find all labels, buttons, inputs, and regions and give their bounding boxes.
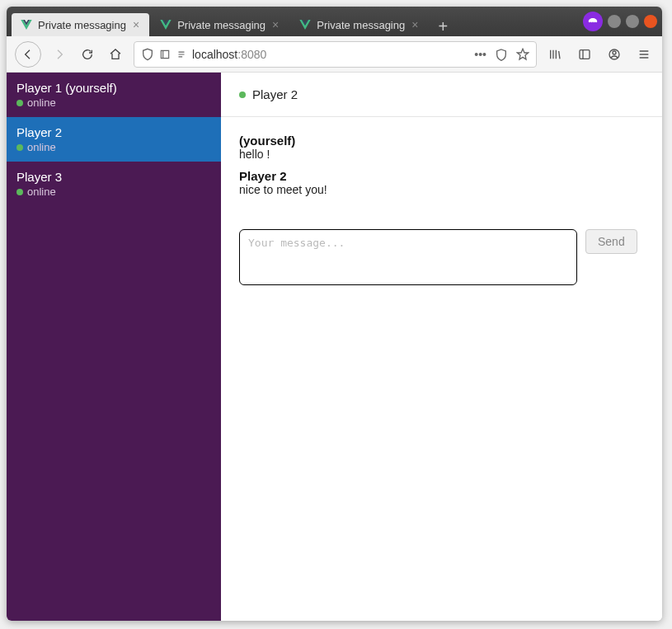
message: (yourself) hello ! (239, 134, 644, 161)
message-sender: (yourself) (239, 134, 644, 148)
online-status-dot (16, 189, 23, 195)
url-bar[interactable]: localhost:8080 ••• (134, 41, 537, 68)
close-icon[interactable]: × (131, 18, 141, 31)
status-line: online (16, 141, 211, 153)
toolbar-right (545, 45, 654, 64)
online-status-dot (16, 100, 23, 106)
reload-button[interactable] (78, 45, 97, 64)
menu-icon[interactable] (634, 45, 654, 64)
status-line: online (16, 96, 211, 109)
page-actions-icon[interactable]: ••• (474, 48, 486, 61)
online-status-dot (239, 92, 246, 98)
chat-header-name: Player 2 (252, 87, 298, 101)
forward-button[interactable] (49, 45, 69, 64)
permissions-icon[interactable] (176, 49, 187, 60)
tab-strip: Private messaging × Private messaging × … (12, 7, 583, 36)
tab-title: Private messaging (38, 19, 126, 31)
sidebar-item-player3[interactable]: Player 3 online (7, 162, 221, 206)
online-status-dot (16, 144, 23, 151)
tab-1[interactable]: Private messaging × (12, 13, 149, 36)
send-button[interactable]: Send (585, 229, 637, 254)
message-input[interactable] (239, 229, 577, 285)
svg-point-2 (613, 51, 616, 54)
tab-2[interactable]: Private messaging × (151, 13, 289, 36)
svg-rect-0 (580, 49, 590, 59)
back-button[interactable] (15, 41, 41, 68)
sidebar-item-label: Player 3 (16, 170, 211, 184)
message-text: hello ! (239, 148, 644, 161)
sidebar-icon[interactable] (575, 45, 594, 64)
titlebar: Private messaging × Private messaging × … (7, 7, 662, 36)
tab-3[interactable]: Private messaging × (290, 13, 428, 36)
window-controls (583, 12, 657, 31)
message: Player 2 nice to meet you! (239, 169, 644, 196)
bookmark-icon[interactable] (516, 48, 529, 61)
sidebar-item-label: Player 1 (yourself) (16, 81, 211, 95)
toolbar: localhost:8080 ••• (7, 36, 662, 73)
private-mode-icon (583, 12, 603, 31)
library-icon[interactable] (545, 45, 565, 64)
vue-icon (298, 18, 312, 31)
tab-title: Private messaging (317, 19, 405, 31)
status-line: online (16, 185, 211, 198)
home-button[interactable] (106, 45, 125, 64)
shield-icon[interactable] (141, 48, 154, 61)
url-text: localhost:8080 (192, 48, 469, 61)
close-icon[interactable]: × (410, 18, 420, 31)
sidebar-item-player2[interactable]: Player 2 online (7, 117, 221, 162)
close-icon[interactable]: × (270, 18, 280, 31)
composer: Send (221, 221, 662, 293)
message-text: nice to meet you! (239, 183, 644, 196)
vue-icon (20, 18, 33, 31)
url-host: localhost (192, 48, 237, 61)
sidebar-item-label: Player 2 (16, 125, 211, 139)
new-tab-button[interactable]: + (430, 17, 456, 36)
messages-list: (yourself) hello ! Player 2 nice to meet… (221, 117, 662, 221)
url-port: :8080 (237, 48, 266, 61)
app-content: Player 1 (yourself) online Player 2 onli… (7, 73, 662, 621)
status-label: online (27, 185, 56, 198)
message-sender: Player 2 (239, 169, 644, 183)
maximize-button[interactable] (626, 15, 639, 28)
tab-title: Private messaging (177, 19, 266, 31)
sidebar: Player 1 (yourself) online Player 2 onli… (7, 73, 221, 621)
reader-mode-icon[interactable] (495, 48, 508, 61)
chat-header: Player 2 (221, 73, 662, 117)
account-icon[interactable] (604, 45, 624, 64)
browser-window: Private messaging × Private messaging × … (7, 7, 662, 621)
page-info-icon[interactable] (159, 49, 171, 60)
status-label: online (27, 141, 56, 153)
status-label: online (27, 96, 56, 109)
minimize-button[interactable] (608, 15, 621, 28)
main-panel: Player 2 (yourself) hello ! Player 2 nic… (221, 73, 662, 621)
window-close-button[interactable] (644, 15, 657, 28)
vue-icon (159, 18, 172, 31)
sidebar-item-player1[interactable]: Player 1 (yourself) online (7, 73, 221, 117)
